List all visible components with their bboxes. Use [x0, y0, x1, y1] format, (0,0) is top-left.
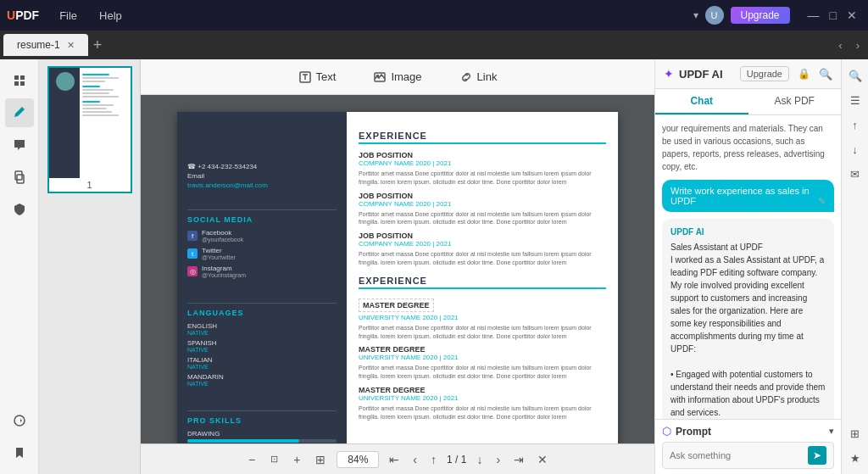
- text-tool-btn[interactable]: Text: [290, 66, 345, 88]
- nav-next-btn[interactable]: ›: [492, 451, 504, 468]
- nav-prev-alt-btn[interactable]: ↑: [427, 451, 440, 468]
- svg-rect-4: [15, 171, 22, 180]
- ai-prompt-area: ⬡ Prompt ▾ ➤: [655, 419, 841, 474]
- doc-toolbar: Text Image Link: [141, 59, 654, 95]
- svg-rect-5: [17, 175, 24, 183]
- upgrade-btn[interactable]: Upgrade: [731, 7, 790, 24]
- ai-title: UPDF AI: [679, 68, 723, 81]
- maximize-btn[interactable]: □: [826, 8, 841, 22]
- prompt-icon: ⬡: [662, 425, 671, 438]
- minimize-btn[interactable]: —: [804, 8, 824, 22]
- right-icon-mail[interactable]: ✉: [844, 163, 866, 185]
- menu-file[interactable]: File: [51, 6, 86, 25]
- prompt-dropdown-icon[interactable]: ▾: [829, 426, 834, 437]
- nav-first-btn[interactable]: ⇤: [386, 451, 403, 468]
- svg-rect-3: [20, 81, 25, 86]
- zoom-fit-page-btn[interactable]: ⊞: [311, 450, 330, 469]
- skills-title: PRO SKILLS: [187, 410, 337, 425]
- experience-title: EXPERIENCE: [359, 131, 606, 144]
- tab-add-icon[interactable]: +: [93, 36, 103, 54]
- thumbnail-page-1[interactable]: 1: [47, 66, 132, 193]
- edu-1: MASTER DEGREE UNIVERSITY NAME 2020 | 202…: [359, 296, 606, 341]
- close-btn[interactable]: ✕: [843, 8, 861, 22]
- right-icon-share[interactable]: ↑: [844, 114, 866, 136]
- menu-help[interactable]: Help: [91, 6, 131, 25]
- tab-scroll-left[interactable]: ‹: [833, 37, 847, 53]
- tab-close-icon[interactable]: ✕: [67, 40, 75, 51]
- dropdown-arrow[interactable]: ▾: [693, 9, 698, 21]
- job-1: JOB POSITION COMPANY NAME 2020 | 2021 Po…: [359, 151, 606, 187]
- tab-ask-pdf[interactable]: Ask PDF: [748, 89, 842, 114]
- svg-point-6: [14, 415, 25, 426]
- sidebar-icon-comment[interactable]: [5, 131, 34, 159]
- lang-mandarin: MANDARIN NATIVE: [187, 373, 337, 387]
- edu-3: MASTER DEGREE UNIVERSITY NAME 2020 | 202…: [359, 386, 606, 421]
- right-icon-search[interactable]: 🔍: [844, 64, 866, 86]
- tab-chat[interactable]: Chat: [655, 89, 748, 114]
- languages-title: LANGUAGES: [187, 303, 337, 317]
- sidebar-icon-home[interactable]: [5, 66, 34, 95]
- page-number: 1: [49, 178, 131, 192]
- right-icon-star[interactable]: ★: [844, 447, 866, 469]
- user-avatar: U: [705, 6, 724, 25]
- close-bar-btn[interactable]: ✕: [534, 451, 551, 468]
- lang-italian: ITALIAN NATIVE: [187, 356, 337, 370]
- social-media-title: SOCIAL MEDIA: [187, 209, 337, 224]
- sidebar-icon-edit[interactable]: [5, 98, 34, 127]
- document-tab[interactable]: resume-1 ✕: [3, 34, 88, 56]
- edit-icon[interactable]: ✎: [818, 196, 826, 207]
- chat-user-message: Write work experience as sales in UPDF ✎: [662, 180, 834, 212]
- ai-chat-area[interactable]: your requirements and materials. They ca…: [655, 115, 841, 419]
- image-tool-btn[interactable]: Image: [364, 66, 430, 88]
- window-controls: — □ ✕: [804, 8, 861, 22]
- nav-last-btn[interactable]: ⇥: [510, 451, 527, 468]
- app-logo: UPDF: [7, 8, 39, 22]
- tab-bar: resume-1 ✕ + ‹ ›: [0, 31, 868, 59]
- job-2: JOB POSITION COMPANY NAME 2020 | 2021 Po…: [359, 192, 606, 227]
- tab-scroll-right[interactable]: ›: [851, 37, 865, 53]
- pdf-page: ☎ +2 434-232-534234 Email travis.anderso…: [177, 112, 618, 443]
- zoom-level[interactable]: 84%: [337, 451, 379, 468]
- zoom-out-btn[interactable]: −: [244, 450, 259, 469]
- ai-sender-name: UPDF AI: [670, 226, 826, 238]
- right-icon-grid[interactable]: ⊞: [844, 422, 866, 444]
- search-icon[interactable]: 🔍: [819, 68, 832, 81]
- zoom-fit-btn[interactable]: ⊡: [266, 451, 282, 467]
- experience-section: EXPERIENCE JOB POSITION COMPANY NAME 202…: [359, 131, 606, 267]
- right-icon-menu[interactable]: ☰: [844, 89, 866, 111]
- nav-prev-btn[interactable]: ‹: [409, 451, 420, 468]
- topbar: UPDF File Help ▾ U Upgrade — □ ✕: [0, 0, 868, 31]
- right-icon-download[interactable]: ↓: [844, 138, 866, 160]
- prompt-label: Prompt: [676, 426, 711, 438]
- skill-drawing: DRAWING: [187, 430, 337, 443]
- link-tool-btn[interactable]: Link: [451, 66, 506, 88]
- sidebar-icon-convert[interactable]: [5, 406, 34, 435]
- pdf-area[interactable]: ☎ +2 434-232-534234 Email travis.anderso…: [141, 95, 654, 443]
- phone: +2 434-232-534234: [198, 163, 257, 170]
- chat-context: your requirements and materials. They ca…: [662, 122, 834, 173]
- tab-label: resume-1: [17, 39, 60, 51]
- ai-logo-icon: ✦: [664, 67, 674, 81]
- ai-upgrade-btn[interactable]: Upgrade: [740, 66, 789, 81]
- center-area: Text Image Link ☎ +2 434-232-534234 Emai…: [141, 59, 654, 474]
- nav-next-alt-btn[interactable]: ↓: [473, 451, 486, 468]
- sidebar-icon-bookmark[interactable]: [5, 438, 34, 467]
- logo-pdf: PDF: [15, 8, 39, 22]
- prompt-send-btn[interactable]: ➤: [808, 446, 826, 465]
- right-icon-bar: 🔍 ☰ ↑ ↓ ✉ ⊞ ★: [841, 59, 868, 474]
- left-sidebar: [0, 59, 39, 474]
- sidebar-icon-pages[interactable]: [5, 163, 34, 192]
- edu-2: MASTER DEGREE UNIVERSITY NAME 2020 | 202…: [359, 345, 606, 381]
- email-label: Email: [187, 172, 337, 180]
- education-section: EXPERIENCE MASTER DEGREE UNIVERSITY NAME…: [359, 276, 606, 421]
- prompt-input[interactable]: [670, 450, 808, 460]
- zoom-in-btn[interactable]: +: [289, 450, 304, 469]
- sidebar-icon-protect[interactable]: [5, 195, 34, 224]
- ai-panel: ✦ UPDF AI Upgrade 🔒 🔍 Chat Ask PDF your …: [654, 59, 841, 474]
- lock-icon: 🔒: [798, 68, 810, 80]
- instagram-icon: ◎: [187, 266, 198, 276]
- email: travis.anderson@mail.com: [187, 181, 337, 189]
- twitter-icon: t: [187, 248, 198, 259]
- ai-panel-header: ✦ UPDF AI Upgrade 🔒 🔍: [655, 59, 841, 89]
- education-title: EXPERIENCE: [359, 276, 606, 289]
